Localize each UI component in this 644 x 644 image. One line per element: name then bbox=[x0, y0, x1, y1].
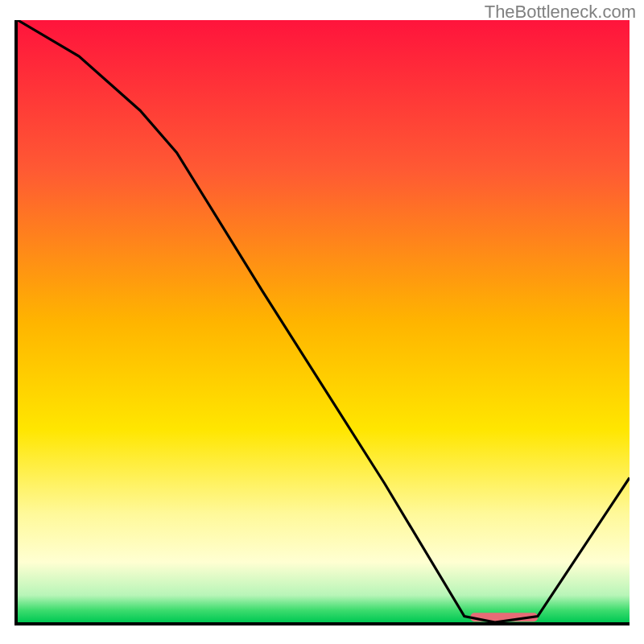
watermark-text: TheBottleneck.com bbox=[485, 2, 636, 23]
bottleneck-curve-line bbox=[18, 20, 630, 622]
chart-svg bbox=[18, 20, 630, 622]
chart-plot-area bbox=[14, 20, 630, 625]
chart-container: TheBottleneck.com bbox=[0, 0, 644, 644]
